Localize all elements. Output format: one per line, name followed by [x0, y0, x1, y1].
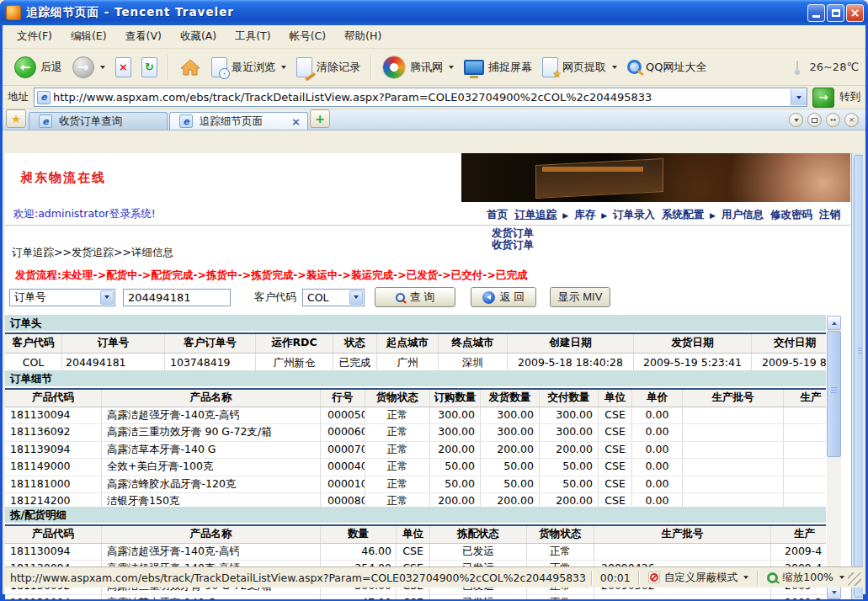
- tencent-label: 腾讯网: [410, 60, 443, 75]
- scrollbar-thumb[interactable]: [827, 331, 841, 457]
- status-divider: [591, 571, 593, 585]
- menu-item[interactable]: 帮助(H): [335, 26, 391, 47]
- menu-item[interactable]: 编辑(E): [61, 26, 116, 47]
- chevron-down-icon: [354, 295, 359, 299]
- window-mode-button[interactable]: [807, 113, 822, 127]
- nav-item[interactable]: 订单录入: [613, 208, 655, 221]
- maximize-button[interactable]: [827, 4, 844, 22]
- show-miv-button[interactable]: 显示 MIV: [550, 287, 610, 307]
- table-cell: 50.00: [540, 459, 599, 476]
- zoom-icon: [767, 572, 778, 583]
- banner-photo: [461, 153, 850, 202]
- close-tabs-button[interactable]: ×: [844, 113, 859, 127]
- order-detail-table: 产品代码产品名称行号货物状态订购数量发货数量交付数量单位单价生产批号生产1811…: [5, 388, 826, 512]
- chevron-down-icon: [796, 96, 801, 99]
- column-header: 创建日期: [508, 334, 634, 353]
- minimize-button[interactable]: [807, 4, 825, 22]
- address-input[interactable]: [53, 90, 791, 104]
- home-button[interactable]: [174, 55, 206, 80]
- nav-item[interactable]: 用户信息: [722, 208, 764, 221]
- column-header: 交付日期: [752, 334, 826, 353]
- switch-tabs-button[interactable]: ↔: [826, 113, 840, 127]
- refresh-glyph: ↻: [145, 61, 154, 72]
- pick-detail-table: 产品代码产品名称数量单位拣配状态货物状态生产批号生产181130094高露洁超强…: [5, 524, 826, 599]
- table-cell: 广州新仓: [256, 354, 333, 372]
- nav-item[interactable]: 系统配置: [662, 208, 704, 221]
- select-arrow-button[interactable]: [100, 290, 114, 305]
- zoom-control[interactable]: 缩放100%: [764, 571, 848, 585]
- order-number-input[interactable]: [123, 289, 231, 306]
- outer-scrollbar[interactable]: [851, 153, 863, 599]
- table-cell: 2009-5-19 5:23:41: [634, 354, 752, 372]
- search-button[interactable]: 查 询: [375, 287, 455, 307]
- menu-item[interactable]: 帐号(C): [280, 26, 335, 47]
- nav-item[interactable]: 库存: [574, 208, 595, 221]
- table-cell: 200.00: [481, 442, 540, 459]
- url-box: e: [34, 88, 807, 107]
- address-dropdown-button[interactable]: [791, 89, 807, 105]
- table-cell: 300.00: [540, 407, 599, 424]
- column-header: 单位: [599, 390, 632, 407]
- new-tab-button[interactable]: +: [310, 109, 330, 128]
- resize-grip[interactable]: [848, 572, 861, 586]
- qq-sites-button[interactable]: QQ网址大全: [622, 57, 711, 77]
- table-cell: 正常: [365, 476, 430, 493]
- table-cell: 181136092: [5, 424, 102, 441]
- inner-scrollbar[interactable]: [827, 316, 841, 599]
- site-banner: 昶东物流在线: [5, 153, 850, 204]
- back-label: 后退: [40, 60, 62, 75]
- menu-item[interactable]: 文件(F): [8, 26, 61, 47]
- window-frame: 文件(F)编辑(E)查看(V)收藏(A)工具(T)帐号(C)帮助(H) ← 后退…: [3, 25, 865, 594]
- nav-arrow-icon: ▶: [710, 211, 716, 220]
- capture-screen-button[interactable]: 捕捉屏幕: [459, 57, 537, 77]
- menu-item[interactable]: 工具(T): [226, 26, 280, 47]
- favorites-button[interactable]: ★: [6, 109, 26, 128]
- return-button[interactable]: 返 回: [471, 287, 536, 307]
- table-header-row: 客户代码订单号客户订单号运作RDC状态起点城市终点城市创建日期发货日期交付日期: [5, 332, 826, 354]
- table-cell: 000040: [321, 459, 365, 476]
- close-button[interactable]: ×: [846, 4, 864, 22]
- main-nav: 首页订单追踪▶库存▶订单录入系统配置▶用户信息修改密码注销: [483, 202, 844, 227]
- nav-item[interactable]: 首页: [487, 208, 508, 221]
- back-button[interactable]: ← 后退: [9, 54, 67, 81]
- menu-item[interactable]: 查看(V): [116, 26, 171, 47]
- page-extract-button[interactable]: ★ 网页提取: [537, 55, 622, 80]
- table-cell: 0.00: [632, 407, 683, 424]
- column-header: 发货数量: [481, 390, 540, 407]
- go-button[interactable]: →: [812, 88, 834, 108]
- outer-scrollbar-thumb[interactable]: [854, 155, 863, 598]
- column-header: 生产批号: [683, 390, 784, 407]
- nav-menu-item[interactable]: 收货订单: [492, 239, 534, 251]
- nav-item[interactable]: 修改密码: [770, 208, 812, 221]
- forward-dropdown-icon: [100, 66, 105, 69]
- menu-item[interactable]: 收藏(A): [171, 26, 226, 47]
- select-arrow-button[interactable]: [349, 290, 363, 305]
- table-cell: [683, 459, 784, 476]
- close-tab-icon[interactable]: ×: [291, 115, 301, 128]
- refresh-button[interactable]: ↻: [136, 55, 162, 80]
- browser-tab[interactable]: e追踪细节页面×: [169, 112, 308, 130]
- tab-bar: ★ e收货订单查询e追踪细节页面× + ↔ ×: [3, 109, 865, 130]
- nav-item[interactable]: 注销: [819, 208, 840, 221]
- scroll-up-button[interactable]: [827, 316, 841, 330]
- nav-menu-item[interactable]: 发货订单: [492, 227, 534, 239]
- collapse-button[interactable]: [789, 113, 803, 127]
- clear-history-button[interactable]: 清除记录: [291, 55, 365, 80]
- browser-tab[interactable]: e收货订单查询: [29, 112, 168, 130]
- arrow-down-icon: [832, 591, 837, 594]
- column-header: 单价: [632, 390, 683, 407]
- customer-code-select[interactable]: COL: [302, 289, 365, 306]
- block-mode-button[interactable]: 自定义屏蔽模式: [645, 571, 753, 585]
- table-cell: 47.00: [321, 595, 397, 599]
- forward-button[interactable]: →: [67, 54, 110, 81]
- tencent-button[interactable]: 腾讯网: [377, 53, 459, 82]
- nav-item[interactable]: 订单追踪: [514, 208, 556, 221]
- recent-button[interactable]: 最近浏览: [206, 55, 291, 80]
- order-type-select[interactable]: 订单号: [9, 289, 115, 306]
- toolbar: ← 后退 → × ↻ 最近浏览: [3, 49, 865, 86]
- table-header-row: 产品代码产品名称行号货物状态订购数量发货数量交付数量单位单价生产批号生产: [5, 388, 826, 407]
- table-cell: COL: [5, 354, 62, 372]
- stop-button[interactable]: ×: [110, 55, 136, 80]
- column-header: 订单号: [62, 334, 165, 353]
- maximize-icon: [832, 9, 840, 17]
